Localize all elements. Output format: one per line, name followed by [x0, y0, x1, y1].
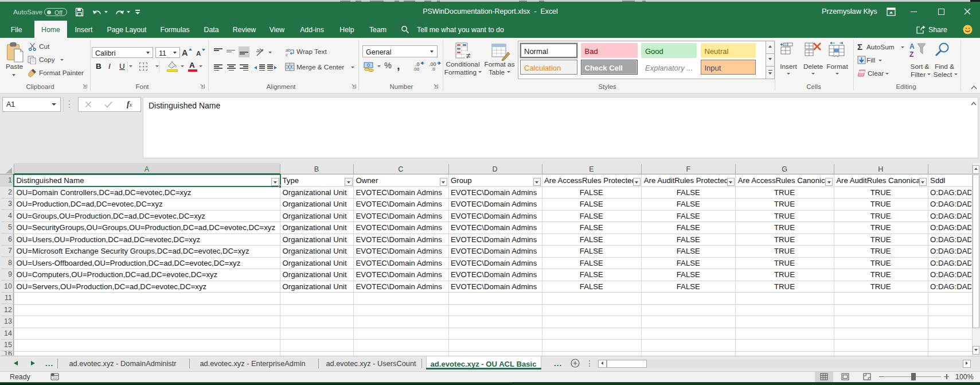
svg-text:Z: Z [909, 50, 913, 57]
svg-text:A: A [909, 42, 915, 50]
svg-text:ab: ab [256, 48, 262, 53]
svg-text:c: c [286, 52, 288, 57]
svg-text:≠: ≠ [466, 51, 471, 60]
svg-text:.00: .00 [413, 67, 420, 71]
svg-text:.0: .0 [431, 67, 435, 71]
